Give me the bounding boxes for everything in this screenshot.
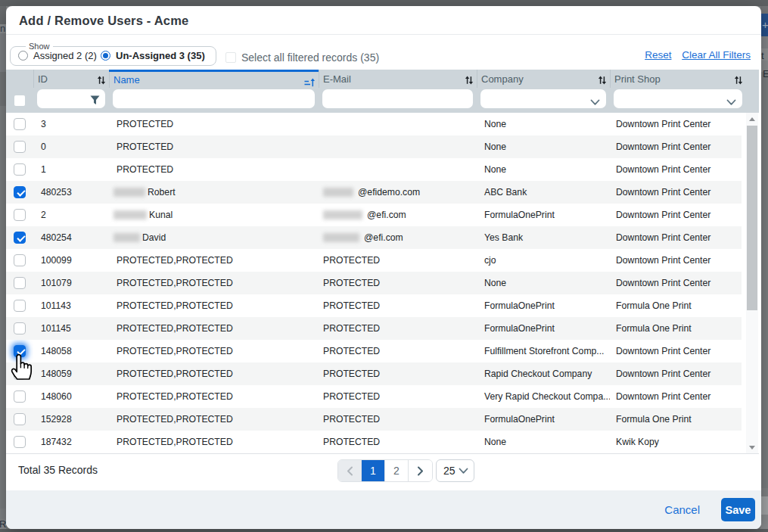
email-filter-input[interactable] [322, 89, 473, 108]
cell-text: PROTECTED,PROTECTED [117, 391, 233, 402]
cell-text: 480254 [41, 232, 72, 243]
cell-text: Kwik Kopy [616, 437, 659, 447]
cell-text: Downtown Print Center [616, 255, 710, 266]
background-text-fragment: + [762, 18, 768, 31]
filter-cell-printshop [610, 88, 746, 113]
sort-ascending-icon[interactable] [304, 78, 316, 87]
reset-link[interactable]: Reset [645, 49, 671, 61]
scrollbar-up-arrow[interactable] [746, 113, 758, 125]
cell-printshop: Formula One Print [610, 294, 742, 317]
column-header-company[interactable]: Company [477, 70, 610, 88]
row-checkbox[interactable] [14, 277, 26, 289]
row-checkbox[interactable] [14, 163, 26, 176]
cell-email: PROTECTED [319, 272, 477, 294]
cell-text: None [484, 142, 506, 152]
row-checkbox[interactable] [14, 209, 26, 221]
row-checkbox[interactable] [14, 300, 26, 312]
filter-funnel-icon[interactable] [90, 95, 100, 105]
cell-text: Robert [148, 187, 176, 198]
company-filter-input[interactable] [480, 89, 606, 108]
redacted-blur [113, 210, 147, 219]
save-button[interactable]: Save [721, 498, 755, 521]
sort-icon[interactable] [465, 76, 474, 85]
chevron-down-icon [459, 468, 468, 474]
cell-text: Downtown Print Center [616, 232, 710, 243]
pagination-prev[interactable] [338, 460, 362, 481]
column-header-id[interactable]: ID [33, 70, 109, 88]
page-size-select[interactable]: 25 [436, 459, 474, 482]
clear-all-filters-link[interactable]: Clear All Filters [682, 49, 751, 61]
pagination-next[interactable] [409, 460, 432, 481]
cell-text: 187432 [41, 437, 72, 447]
row-checkbox[interactable] [14, 254, 26, 266]
cancel-button[interactable]: Cancel [664, 503, 700, 516]
row-checkbox[interactable] [14, 345, 26, 357]
redacted-blur [323, 188, 353, 197]
cell-text: @efi.com [367, 210, 406, 220]
cell-email: @efi.com [319, 226, 477, 249]
background-fragment [760, 36, 768, 48]
scrollbar-thumb[interactable] [747, 126, 757, 310]
radio-assigned-control[interactable] [18, 51, 28, 61]
pagination-page-1[interactable]: 1 [362, 460, 385, 481]
table-row: 152928PROTECTED,PROTECTEDPROTECTEDFormul… [6, 408, 742, 431]
cell-text: FormulaOnePrint [484, 210, 555, 220]
row-checkbox[interactable] [14, 368, 26, 380]
name-filter-input[interactable] [113, 89, 315, 108]
row-checkbox[interactable] [14, 141, 26, 153]
radio-unassigned[interactable]: Un-Assigned 3 (35) [101, 50, 205, 61]
radio-unassigned-control[interactable] [101, 51, 110, 61]
table-row: 101079PROTECTED,PROTECTEDPROTECTEDNoneDo… [6, 272, 742, 294]
table-row: 187432PROTECTED,PROTECTEDPROTECTEDNoneKw… [6, 431, 742, 453]
cell-text: David [142, 232, 166, 243]
cell-name: PROTECTED,PROTECTED [109, 362, 319, 385]
column-label: Print Shop [614, 73, 661, 85]
filter-cell-id [33, 88, 109, 113]
background-fragment [0, 33, 6, 72]
cell-id: 187432 [33, 431, 109, 453]
radio-assigned[interactable]: Assigned 2 (2) [18, 50, 97, 61]
cell-email: PROTECTED [319, 340, 477, 362]
cell-text: PROTECTED [117, 142, 173, 152]
cell-name: PROTECTED [109, 135, 319, 158]
select-all-filtered[interactable]: Select all filtered records (35) [225, 51, 379, 64]
row-checkbox[interactable] [14, 413, 26, 425]
row-checkbox[interactable] [14, 390, 26, 403]
cell-name: PROTECTED,PROTECTED [109, 317, 319, 340]
cell-text: PROTECTED,PROTECTED [117, 414, 233, 425]
printshop-filter-input[interactable] [614, 89, 742, 108]
cell-id: 148060 [33, 385, 109, 408]
cell-text: PROTECTED [323, 255, 380, 266]
table-row: 148060PROTECTED,PROTECTEDPROTECTEDVery R… [6, 385, 742, 408]
pagination-row: Total 35 Records 12 25 [6, 454, 759, 490]
cell-text: Kunal [149, 210, 173, 220]
column-header-email[interactable]: E-Mail [319, 70, 477, 88]
cell-id: 152928 [33, 408, 109, 431]
table-scrollbar[interactable] [746, 113, 758, 453]
table-row: 480253Robert@efidemo.comABC BankDowntown… [6, 181, 742, 204]
select-page-checkbox[interactable] [14, 95, 25, 106]
sort-icon[interactable] [97, 76, 106, 85]
column-header-printshop[interactable]: Print Shop [610, 70, 746, 88]
cell-text: PROTECTED,PROTECTED [117, 369, 233, 379]
cell-id: 100099 [33, 249, 109, 272]
cell-text: PROTECTED,PROTECTED [117, 255, 233, 266]
scrollbar-down-arrow[interactable] [746, 441, 758, 453]
table-filter-row [6, 88, 759, 113]
row-checkbox[interactable] [14, 436, 26, 448]
select-all-checkbox[interactable] [225, 52, 236, 63]
row-checkbox[interactable] [14, 186, 26, 198]
redacted-blur [113, 233, 140, 242]
table-row: 101145PROTECTED,PROTECTEDPROTECTEDFormul… [6, 317, 742, 340]
cell-email [319, 135, 477, 158]
sort-icon[interactable] [598, 76, 607, 85]
cell-id: 480253 [33, 181, 109, 204]
cell-name: Kunal [109, 204, 319, 226]
row-checkbox[interactable] [14, 322, 26, 334]
sort-icon[interactable] [734, 76, 743, 85]
row-checkbox[interactable] [14, 118, 26, 130]
column-header-name[interactable]: Name [109, 70, 319, 88]
cell-name: PROTECTED [109, 113, 319, 135]
row-checkbox[interactable] [14, 232, 26, 244]
pagination-page-2[interactable]: 2 [385, 460, 409, 481]
